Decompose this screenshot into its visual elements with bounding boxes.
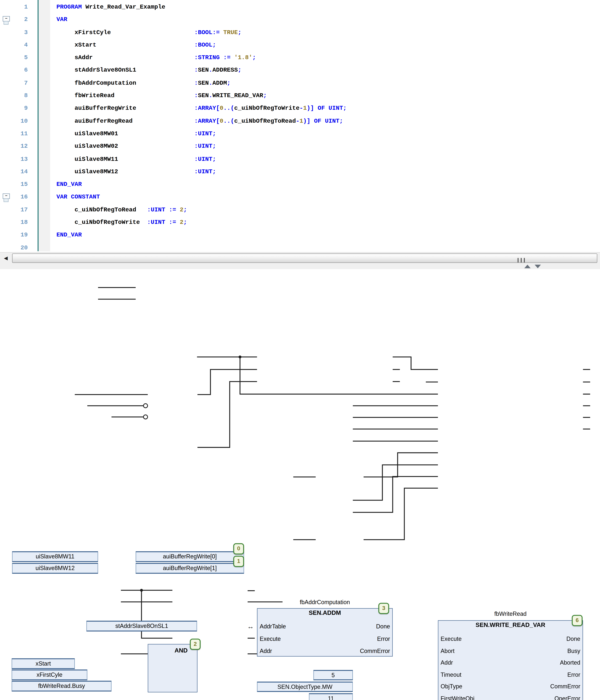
code-line[interactable]: 2VAR [0, 14, 600, 26]
line-number: 3 [0, 26, 34, 39]
code-text: uiSlave8MW11 :UINT; [56, 156, 216, 162]
input-pin-label[interactable]: AddrTable [260, 623, 286, 630]
fold-collapse-icon[interactable]: − [3, 16, 10, 25]
scrollbar-left-arrow-icon[interactable]: ◀ [2, 253, 10, 262]
code-lines: 1PROGRAM Write_Read_Var_Example2VAR3 xFi… [0, 1, 600, 251]
code-text: PROGRAM Write_Read_Var_Example [56, 4, 165, 10]
code-text: END_VAR [56, 181, 82, 188]
code-line[interactable]: 6 stAddrSlave8OnSL1 :SEN.ADDRESS; [0, 64, 600, 77]
assign-box[interactable]: auiBufferRegWrite[1] [136, 563, 244, 574]
line-number: 14 [0, 166, 34, 178]
operand-box[interactable]: xStart [11, 658, 75, 669]
code-line[interactable]: 5 sAddr :STRING := '1.8'; [0, 52, 600, 64]
output-pin-label[interactable]: Error [377, 636, 390, 642]
code-text: auiBufferRegWrite :ARRAY[0..(c_uiNbOfReg… [56, 105, 347, 112]
input-pin-label[interactable]: Execute [260, 636, 281, 642]
code-line[interactable]: 8 fbWriteRead :SEN.WRITE_READ_VAR; [0, 90, 600, 102]
code-text: fbWriteRead :SEN.WRITE_READ_VAR; [56, 92, 267, 99]
code-line[interactable]: 14 uiSlave8MW12 :UINT; [0, 166, 600, 178]
assign-box[interactable]: auiBufferRegWrite[0] [136, 551, 244, 562]
operand-box[interactable]: 5 [314, 670, 353, 680]
output-pin-label[interactable]: Done [376, 623, 390, 630]
code-line[interactable]: 11 uiSlave8MW01 :UINT; [0, 128, 600, 140]
input-pin-label[interactable]: Execute [441, 636, 462, 642]
line-number: 4 [0, 39, 34, 52]
code-line[interactable]: 13 uiSlave8MW11 :UINT; [0, 153, 600, 166]
operand-label: stAddrSlave8OnSL1 [87, 622, 197, 630]
code-line[interactable]: 16VAR CONSTANT [0, 191, 600, 204]
operand-label: SEN.ObjectType.MW [257, 682, 352, 692]
operand-label: uiSlave8MW11 [12, 552, 98, 561]
operand-box[interactable]: 11 [309, 693, 353, 700]
code-line[interactable]: 18 c_uiNbOfRegToWrite :UINT := 2; [0, 216, 600, 229]
output-pin-label[interactable]: CommError [550, 683, 580, 690]
code-text: VAR CONSTANT [56, 194, 100, 200]
instance-label: fbWriteRead [438, 610, 583, 617]
input-pin-label[interactable]: Abort [441, 648, 455, 654]
input-pin-label[interactable]: Addr [260, 648, 272, 654]
code-line[interactable]: 19END_VAR [0, 229, 600, 242]
line-number: 17 [0, 204, 34, 216]
line-number: 1 [0, 1, 34, 14]
line-number: 13 [0, 153, 34, 166]
fold-collapse-icon[interactable]: − [3, 194, 10, 202]
operand-label: xStart [12, 659, 74, 668]
code-text: sAddr :STRING := '1.8'; [56, 54, 256, 61]
operand-box[interactable]: uiSlave8MW11 [12, 551, 98, 562]
fbd-editor[interactable]: uiSlave8MW11 uiSlave8MW12 auiBufferRegWr… [0, 269, 600, 700]
operand-box[interactable]: xFirstCyle [11, 670, 87, 680]
output-pin-label[interactable]: Done [567, 636, 580, 642]
operand-box[interactable]: fbWriteRead.Busy [11, 681, 111, 692]
output-pin-label[interactable]: CommError [360, 648, 390, 654]
operand-box[interactable]: stAddrSlave8OnSL1 [86, 621, 197, 631]
input-pin-label[interactable]: ObjType [441, 683, 462, 690]
code-line[interactable]: 12 uiSlave8MW02 :UINT; [0, 140, 600, 153]
line-number: 11 [0, 128, 34, 140]
output-pin-label[interactable]: Aborted [560, 660, 580, 666]
code-text: c_uiNbOfRegToWrite :UINT := 2; [56, 219, 187, 226]
input-pin-label[interactable]: FirstWriteObj [441, 695, 475, 700]
code-editor[interactable]: 1PROGRAM Write_Read_Var_Example2VAR3 xFi… [0, 0, 600, 251]
input-pin-label[interactable]: Timeout [441, 672, 461, 678]
line-number: 10 [0, 115, 34, 127]
code-line[interactable]: 4 xStart :BOOL; [0, 39, 600, 52]
code-text: uiSlave8MW12 :UINT; [56, 168, 216, 175]
output-pin-label[interactable]: OperError [554, 695, 580, 700]
operand-label: auiBufferRegWrite[1] [136, 564, 244, 573]
output-pin-label[interactable]: Error [567, 672, 580, 678]
operand-box[interactable]: uiSlave8MW12 [12, 563, 98, 574]
operand-label: fbWriteRead.Busy [12, 681, 111, 691]
horizontal-scrollbar[interactable]: ◀ [0, 252, 600, 264]
operand-label: auiBufferRegWrite[0] [136, 552, 244, 561]
splitter-down-icon[interactable] [534, 265, 541, 268]
line-number: 5 [0, 52, 34, 64]
inout-pin-marker: ↔ [247, 623, 254, 630]
code-line[interactable]: 15END_VAR [0, 178, 600, 191]
write-read-var-block[interactable]: SEN.WRITE_READ_VAR ExecuteAbortAddrTimeo… [438, 620, 583, 700]
and-block[interactable]: AND [148, 644, 198, 693]
splitter-up-icon[interactable] [524, 265, 531, 268]
operand-label: 11 [309, 694, 352, 700]
scrollbar-thumb[interactable] [12, 253, 597, 263]
network-badge: 6 [572, 615, 582, 626]
code-text: uiSlave8MW02 :UINT; [56, 143, 216, 150]
code-line[interactable]: 7 fbAddrComputation :SEN.ADDM; [0, 77, 600, 90]
block-type-label: AND [151, 647, 188, 654]
output-pin-label[interactable]: Busy [567, 648, 580, 654]
operand-label: xFirstCyle [12, 670, 87, 679]
code-line[interactable]: 3 xFirstCyle :BOOL:= TRUE; [0, 26, 600, 39]
code-line[interactable]: 10 auiBufferRegRead :ARRAY[0..(c_uiNbOfR… [0, 115, 600, 127]
code-line[interactable]: 17 c_uiNbOfRegToRead :UINT := 2; [0, 204, 600, 216]
line-number: 6 [0, 64, 34, 77]
code-text: auiBufferRegRead :ARRAY[0..(c_uiNbOfRegT… [56, 118, 343, 124]
line-number: 12 [0, 140, 34, 153]
code-text: fbAddrComputation :SEN.ADDM; [56, 80, 231, 86]
code-line[interactable]: 9 auiBufferRegWrite :ARRAY[0..(c_uiNbOfR… [0, 102, 600, 115]
input-pin-label[interactable]: Addr [441, 660, 453, 666]
code-line[interactable]: 20 [0, 242, 600, 251]
network-badge: 3 [378, 603, 389, 614]
code-line[interactable]: 1PROGRAM Write_Read_Var_Example [0, 1, 600, 14]
addm-block[interactable]: SEN.ADDM AddrTableExecuteAddrDoneErrorCo… [257, 608, 393, 656]
line-number: 15 [0, 178, 34, 191]
operand-box[interactable]: SEN.ObjectType.MW [257, 681, 353, 692]
